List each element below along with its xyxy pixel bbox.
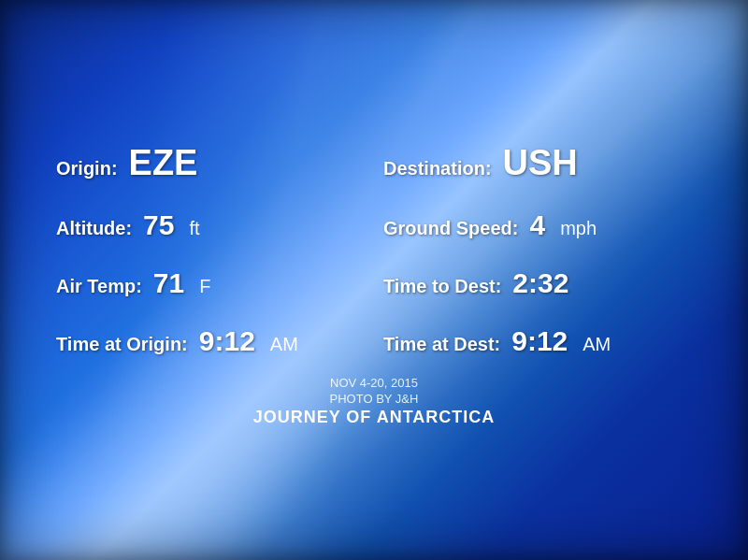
time-to-dest-label: Time to Dest:: [383, 276, 501, 297]
time-at-origin-item: Time at Origin: 9:12 AM: [56, 325, 365, 357]
time-at-dest-ampm: AM: [583, 334, 611, 355]
origin-item: Origin: EZE: [56, 143, 365, 183]
altitude-unit: ft: [189, 218, 199, 239]
ground-speed-label: Ground Speed:: [383, 218, 518, 239]
time-at-origin-ampm: AM: [270, 334, 298, 355]
time-at-dest-value: 9:12: [511, 325, 568, 357]
altitude-item: Altitude: 75 ft: [56, 209, 365, 241]
ground-speed-value: 4: [529, 209, 545, 241]
time-to-dest-value: 2:32: [512, 267, 568, 299]
origin-label: Origin:: [56, 158, 118, 179]
destination-label: Destination:: [383, 158, 492, 179]
time-to-dest-item: Time to Dest: 2:32: [383, 267, 692, 299]
ground-speed-item: Ground Speed: 4 mph: [383, 209, 692, 241]
air-temp-value: 71: [153, 267, 184, 299]
footer: NOV 4-20, 2015 PHOTO BY J&H JOURNEY OF A…: [56, 376, 692, 427]
footer-photographer: PHOTO BY J&H: [56, 392, 692, 406]
ground-speed-unit: mph: [560, 218, 597, 239]
data-grid: Origin: EZE Destination: USH Altitude: 7…: [56, 143, 692, 357]
time-at-dest-label: Time at Dest:: [383, 334, 500, 355]
air-temp-unit: F: [199, 276, 210, 297]
origin-value: EZE: [129, 143, 198, 183]
destination-item: Destination: USH: [383, 143, 692, 183]
time-at-origin-value: 9:12: [199, 325, 255, 357]
content-area: Origin: EZE Destination: USH Altitude: 7…: [0, 0, 748, 560]
altitude-label: Altitude:: [56, 218, 132, 239]
air-temp-item: Air Temp: 71 F: [56, 267, 365, 299]
flight-display-screen: Origin: EZE Destination: USH Altitude: 7…: [0, 0, 748, 560]
altitude-value: 75: [143, 209, 174, 241]
footer-date: NOV 4-20, 2015: [56, 376, 692, 390]
time-at-origin-label: Time at Origin:: [56, 334, 188, 355]
air-temp-label: Air Temp:: [56, 276, 142, 297]
footer-title: JOURNEY OF ANTARCTICA: [56, 408, 692, 427]
time-at-dest-item: Time at Dest: 9:12 AM: [383, 325, 692, 357]
destination-value: USH: [503, 143, 578, 183]
